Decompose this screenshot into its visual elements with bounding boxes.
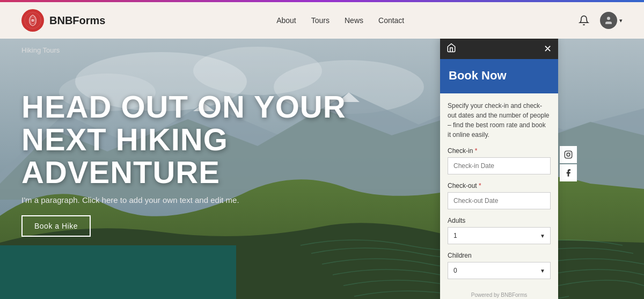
- powered-by: Powered by BNBForms: [440, 289, 558, 299]
- svg-rect-15: [565, 151, 572, 158]
- checkin-label: Check-in *: [448, 147, 551, 155]
- nav-item-contact[interactable]: Contact: [378, 16, 404, 25]
- notification-bell-button[interactable]: [575, 12, 592, 29]
- book-now-panel: ✕ Book Now Specify your check-in and che…: [440, 39, 558, 299]
- checkout-required: *: [479, 182, 481, 189]
- adults-group: Adults 1 2 3 4: [448, 217, 551, 244]
- panel-scrollable[interactable]: Book Now Specify your check-in and check…: [440, 59, 558, 289]
- logo-text: BNBForms: [49, 14, 105, 27]
- checkin-required: *: [475, 147, 478, 155]
- hero-section: Hiking Tours HEAD OUT ON YOUR NEXT HIKIN…: [0, 39, 644, 299]
- adults-select[interactable]: 1 2 3 4: [448, 227, 551, 244]
- children-label: Children: [448, 252, 551, 259]
- main-nav: About Tours News Contact: [276, 16, 404, 25]
- nav-item-about[interactable]: About: [276, 16, 296, 25]
- panel-close-icon[interactable]: ✕: [544, 43, 552, 55]
- hero-title: HEAD OUT ON YOUR NEXT HIKING ADVENTURE: [21, 91, 354, 189]
- user-avatar: [600, 12, 617, 29]
- logo-icon: [21, 9, 44, 32]
- instagram-button[interactable]: [560, 146, 577, 163]
- adults-select-wrapper: 1 2 3 4: [448, 227, 551, 244]
- svg-point-16: [567, 153, 570, 156]
- checkout-group: Check-out *: [448, 182, 551, 209]
- user-menu[interactable]: ▾: [600, 12, 623, 29]
- adults-label: Adults: [448, 217, 551, 224]
- breadcrumb: Hiking Tours: [21, 46, 60, 54]
- panel-topbar: ✕: [440, 39, 558, 59]
- children-group: Children 0 1 2: [448, 252, 551, 279]
- svg-point-17: [570, 152, 570, 153]
- hero-subtitle: I'm a paragraph. Click here to add your …: [21, 195, 354, 205]
- social-bar: [560, 146, 577, 181]
- header: BNBForms About Tours News Contact ▾: [0, 2, 644, 39]
- checkin-group: Check-in *: [448, 147, 551, 174]
- children-select[interactable]: 0 1 2: [448, 262, 551, 279]
- book-hike-button[interactable]: Book a Hike: [21, 215, 91, 237]
- facebook-button[interactable]: [560, 164, 577, 181]
- checkout-label: Check-out *: [448, 182, 551, 189]
- panel-description: Specify your check-in and check-out date…: [448, 101, 551, 140]
- svg-rect-14: [0, 245, 236, 299]
- hero-content: HEAD OUT ON YOUR NEXT HIKING ADVENTURE I…: [21, 91, 354, 237]
- nav-item-news[interactable]: News: [345, 16, 363, 25]
- panel-header: Book Now: [440, 59, 558, 93]
- checkin-input[interactable]: [448, 157, 551, 174]
- svg-point-2: [31, 19, 34, 21]
- svg-point-3: [607, 17, 610, 20]
- nav-item-tours[interactable]: Tours: [311, 16, 330, 25]
- children-select-wrapper: 0 1 2: [448, 262, 551, 279]
- panel-home-icon[interactable]: [447, 43, 456, 55]
- checkout-input[interactable]: [448, 192, 551, 209]
- logo-area[interactable]: BNBForms: [21, 9, 105, 32]
- panel-title: Book Now: [449, 69, 550, 83]
- nav-icons: ▾: [575, 12, 623, 29]
- chevron-down-icon: ▾: [619, 17, 623, 24]
- panel-body: Specify your check-in and check-out date…: [440, 93, 558, 289]
